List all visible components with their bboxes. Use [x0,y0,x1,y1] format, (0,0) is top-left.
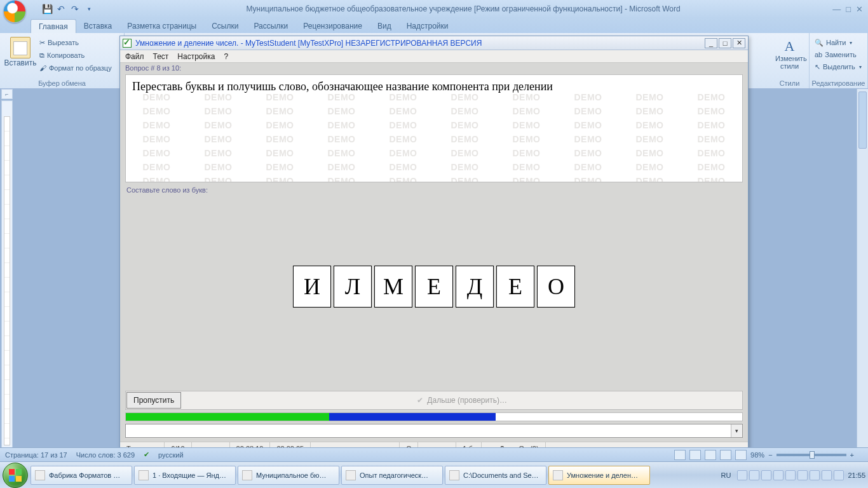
tray-icon[interactable] [797,470,808,480]
taskbar-item-label: Опыт педагогическ… [360,471,428,479]
tab-references[interactable]: Ссылки [204,19,246,33]
menu-test[interactable]: Тест [153,52,169,61]
ruler-corner[interactable]: ⌐ [1,89,13,99]
styles-group-title: Стили [770,79,809,87]
copy-button[interactable]: ⧉Копировать [39,50,112,61]
letter-tile[interactable]: Д [456,266,494,308]
replace-button[interactable]: abЗаменить [815,49,862,60]
start-button[interactable] [3,463,28,488]
word-statusbar: Страница: 17 из 17 Число слов: 3 629 ✔ р… [0,447,868,461]
save-icon[interactable]: 💾 [42,4,52,14]
mytest-maximize-button[interactable]: □ [719,38,731,48]
close-button[interactable]: ✕ [856,4,863,14]
app-icon [139,470,149,480]
view-draft-button[interactable] [735,450,747,460]
zoom-percent[interactable]: 98% [750,451,764,459]
mytest-close-button[interactable]: ✕ [733,38,745,48]
change-styles-button[interactable]: A Изменить стили [775,34,804,70]
question-box: Переставь буквы и получишь слово, обозна… [125,74,743,182]
maximize-button[interactable]: □ [846,4,851,14]
find-button[interactable]: 🔍Найти▾ [815,37,862,48]
tab-home[interactable]: Главная [31,19,76,33]
view-print-layout-button[interactable] [674,450,686,460]
select-button[interactable]: ↖Выделить▾ [815,61,862,72]
tray-icons [737,470,844,480]
taskbar-item[interactable]: Муниципальное бю… [238,466,339,485]
view-fullscreen-button[interactable] [689,450,701,460]
tray-icon[interactable] [761,470,771,480]
mytest-titlebar[interactable]: Умножение и деление чисел. - MyTestStude… [120,36,748,50]
copy-icon: ⧉ [39,51,44,60]
redo-icon[interactable]: ↷ [70,4,80,14]
qat-dropdown-icon[interactable]: ▾ [84,4,94,14]
letter-tile[interactable]: Е [496,266,534,308]
tray-icon[interactable] [822,470,832,480]
tray-icon[interactable] [749,470,759,480]
mytest-minimize-button[interactable]: _ [705,38,717,48]
tab-view[interactable]: Вид [370,19,399,33]
tab-insert[interactable]: Вставка [76,19,120,33]
format-painter-button[interactable]: 🖌Формат по образцу [39,62,112,74]
clock[interactable]: 21:55 [848,471,865,479]
ribbon-group-editing: 🔍Найти▾ abЗаменить ↖Выделить▾ Редактиров… [810,33,868,88]
mytest-menubar: Файл Тест Настройка ? [120,50,748,63]
binoculars-icon: 🔍 [815,39,824,47]
vertical-ruler[interactable] [1,100,13,461]
status-page[interactable]: Страница: 17 из 17 [5,451,67,459]
tab-addins[interactable]: Надстройки [399,19,456,33]
letter-tile[interactable]: М [374,266,412,308]
tray-icon[interactable] [737,470,747,480]
system-tray: RU 21:55 [721,470,865,480]
view-outline-button[interactable] [720,450,731,460]
scrollbar-thumb[interactable] [858,92,867,149]
cut-button[interactable]: ✂Вырезать [39,37,112,48]
tab-mailings[interactable]: Рассылки [246,19,295,33]
view-web-button[interactable] [705,450,716,460]
scissors-icon: ✂ [39,39,45,47]
letter-tile[interactable]: И [293,266,331,308]
word-titlebar: 💾 ↶ ↷ ▾ Муниципальное бюджетное общеобра… [0,0,868,18]
taskbar-item-label: Умножение и делен… [567,471,638,479]
letter-tile[interactable]: О [537,266,575,308]
answer-input[interactable]: ▾ [125,424,743,438]
office-button[interactable] [0,0,28,18]
answer-dropdown-button[interactable]: ▾ [731,424,742,437]
letter-tile[interactable]: Л [334,266,372,308]
taskbar-item[interactable]: 1 · Входящие — Янд… [134,466,236,485]
zoom-out-button[interactable]: − [768,451,772,459]
taskbar-item[interactable]: Опыт педагогическ… [341,466,443,485]
question-counter: Вопрос # 8 из 10: [120,63,748,74]
quick-access-toolbar: 💾 ↶ ↷ ▾ [42,4,94,14]
tray-icon[interactable] [785,470,796,480]
app-icon [242,470,252,480]
menu-settings[interactable]: Настройка [177,52,215,61]
status-language[interactable]: русский [158,451,183,459]
taskbar-item[interactable]: Фабрика Форматов … [31,466,132,485]
word-vertical-scrollbar[interactable] [857,89,868,447]
undo-icon[interactable]: ↶ [56,4,66,14]
status-wordcount[interactable]: Число слов: 3 629 [76,451,135,459]
status-proof-icon[interactable]: ✔ [144,451,149,459]
tab-review[interactable]: Рецензирование [295,19,370,33]
menu-file[interactable]: Файл [125,52,144,61]
zoom-in-button[interactable]: + [850,451,854,459]
progress-fill [126,413,496,421]
skip-button[interactable]: Пропустить [126,392,181,409]
taskbar-item[interactable]: Умножение и делен… [548,466,650,485]
paste-button[interactable]: Вставить [5,34,36,67]
tray-icon[interactable] [834,470,844,480]
next-button[interactable]: ✔ Дальше (проверить)… [182,396,742,405]
taskbar-item[interactable]: C:\Documents and Se… [445,466,546,485]
menu-help[interactable]: ? [224,52,228,61]
tab-page-layout[interactable]: Разметка страницы [119,19,204,33]
tray-icon[interactable] [810,470,820,480]
format-painter-label: Формат по образцу [49,64,112,72]
zoom-slider-thumb[interactable] [810,451,815,459]
mytest-window: Умножение и деление чисел. - MyTestStude… [119,36,749,455]
language-indicator[interactable]: RU [721,471,731,479]
cursor-icon: ↖ [815,63,820,71]
minimize-button[interactable]: — [832,4,841,14]
zoom-slider[interactable] [776,454,846,456]
tray-icon[interactable] [773,470,783,480]
letter-tile[interactable]: Е [415,266,453,308]
